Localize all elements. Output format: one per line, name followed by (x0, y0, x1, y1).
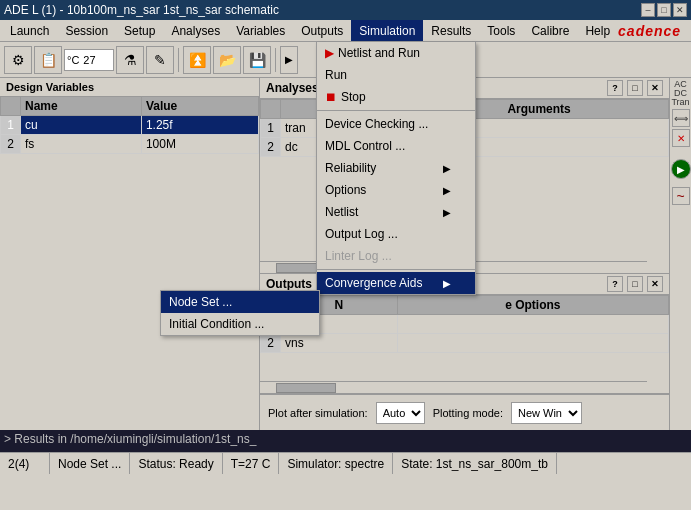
outputs-hscroll[interactable] (260, 381, 647, 393)
conv-initial-condition[interactable]: Initial Condition ... (161, 313, 319, 335)
conv-node-set[interactable]: Node Set ... (161, 291, 319, 313)
menu-session[interactable]: Session (57, 20, 116, 41)
sim-menu-options[interactable]: Options ▶ (317, 179, 475, 201)
var-name-2: fs (21, 135, 142, 154)
toolbar-btn-3[interactable]: ⚗ (116, 46, 144, 74)
menu-setup[interactable]: Setup (116, 20, 163, 41)
sim-menu-reliability[interactable]: Reliability ▶ (317, 157, 475, 179)
convergence-aids-submenu: Node Set ... Initial Condition ... (160, 290, 320, 336)
table-row[interactable]: 2 vns (261, 334, 669, 353)
var-name-1: cu (21, 116, 142, 135)
outputs-icon-btn[interactable]: □ (627, 276, 643, 292)
status-state: State: 1st_ns_sar_800m_tb (393, 453, 557, 474)
temp-field: °C (64, 49, 114, 71)
table-row[interactable]: 1 cu 1.25f (1, 116, 259, 135)
col-value: Value (141, 97, 258, 116)
analyses-close-btn[interactable]: ✕ (647, 80, 663, 96)
col-num (1, 97, 21, 116)
plot-after-select[interactable]: Auto (376, 402, 425, 424)
design-vars-title: Design Variables (0, 78, 259, 96)
toolbar-separator-2 (275, 48, 276, 72)
simulation-menu: ▶Netlist and Run Run ⏹Stop Device Checki… (316, 42, 476, 295)
minimize-button[interactable]: – (641, 3, 655, 17)
analyses-controls: ? □ ✕ (607, 80, 663, 96)
row-num-2: 2 (1, 135, 21, 154)
sidebar-icon-close[interactable]: ✕ (672, 129, 690, 147)
left-panel: Design Variables Name Value 1 cu 1.25f 2… (0, 78, 260, 430)
outputs-controls: ? □ ✕ (607, 276, 663, 292)
maximize-button[interactable]: □ (657, 3, 671, 17)
toolbar-btn-5[interactable]: ⏫ (183, 46, 211, 74)
bottom-controls: Plot after simulation: Auto Plotting mod… (260, 394, 669, 430)
sim-menu-output-log[interactable]: Output Log ... (317, 223, 475, 245)
var-value-2: 100M (141, 135, 258, 154)
menu-separator-2 (317, 269, 475, 270)
output-name-2: vns (281, 334, 398, 353)
status-simulator: Simulator: spectre (279, 453, 393, 474)
status-segment-1: 2(4) (0, 453, 50, 474)
table-row[interactable]: 1 vps (261, 315, 669, 334)
cadence-logo: cadence (618, 23, 689, 39)
menu-simulation[interactable]: Simulation (351, 20, 423, 41)
toolbar-btn-4[interactable]: ✎ (146, 46, 174, 74)
outputs-table: N e Options 1 vps 2 vns (260, 295, 669, 353)
analyses-help-btn[interactable]: ? (607, 80, 623, 96)
menu-results[interactable]: Results (423, 20, 479, 41)
menu-bar: Launch Session Setup Analyses Variables … (0, 20, 691, 42)
col-num (261, 100, 281, 119)
sim-menu-mdl-control[interactable]: MDL Control ... (317, 135, 475, 157)
sidebar-run-icon[interactable]: ▶ (671, 159, 691, 179)
design-vars-table: Name Value 1 cu 1.25f 2 fs 100M (0, 96, 259, 154)
col-opts: e Options (397, 296, 668, 315)
outputs-close-btn[interactable]: ✕ (647, 276, 663, 292)
toolbar-btn-2[interactable]: 📋 (34, 46, 62, 74)
status-temp: T=27 C (223, 453, 280, 474)
var-value-1: 1.25f (141, 116, 258, 135)
sim-menu-convergence-aids[interactable]: Convergence Aids ▶ (317, 272, 475, 294)
menu-analyses[interactable]: Analyses (163, 20, 228, 41)
toolbar-separator (178, 48, 179, 72)
status-ready: Status: Ready (130, 453, 222, 474)
table-row[interactable]: 2 fs 100M (1, 135, 259, 154)
close-button[interactable]: ✕ (673, 3, 687, 17)
analyses-icon-btn[interactable]: □ (627, 80, 643, 96)
plotting-mode-select[interactable]: New Win (511, 402, 582, 424)
menu-separator-1 (317, 110, 475, 111)
toolbar-btn-7[interactable]: 💾 (243, 46, 271, 74)
title-bar-buttons: – □ ✕ (641, 3, 687, 17)
netlist-run-button[interactable]: ▶ (280, 46, 298, 74)
menu-tools[interactable]: Tools (479, 20, 523, 41)
status-node-set: Node Set ... (50, 453, 130, 474)
outputs-help-btn[interactable]: ? (607, 276, 623, 292)
status-bar: 2(4) Node Set ... Status: Ready T=27 C S… (0, 452, 691, 474)
hscroll-thumb-2[interactable] (276, 383, 336, 393)
sim-menu-netlist[interactable]: Netlist ▶ (317, 201, 475, 223)
row-num: 2 (261, 138, 281, 157)
toolbar-btn-1[interactable]: ⚙ (4, 46, 32, 74)
col-name: Name (21, 97, 142, 116)
ac-label: ACDCTran (671, 80, 689, 107)
outputs-title: Outputs (266, 277, 312, 291)
toolbar-btn-6[interactable]: 📂 (213, 46, 241, 74)
temperature-input[interactable] (81, 50, 111, 70)
sidebar-icon-wave[interactable]: ~ (672, 187, 690, 205)
title-bar: ADE L (1) - 10b100m_ns_sar 1st_ns_sar sc… (0, 0, 691, 20)
menu-help[interactable]: Help (577, 20, 618, 41)
sim-menu-stop[interactable]: ⏹Stop (317, 86, 475, 108)
menu-variables[interactable]: Variables (228, 20, 293, 41)
sim-menu-run[interactable]: Run (317, 64, 475, 86)
row-num-1: 1 (1, 116, 21, 135)
plotting-mode-label: Plotting mode: (433, 407, 503, 419)
title-text: ADE L (1) - 10b100m_ns_sar 1st_ns_sar sc… (4, 3, 279, 17)
menu-outputs[interactable]: Outputs (293, 20, 351, 41)
menu-launch[interactable]: Launch (2, 20, 57, 41)
plot-after-label: Plot after simulation: (268, 407, 368, 419)
menu-calibre[interactable]: Calibre (523, 20, 577, 41)
sidebar-icon-1[interactable]: ⟺ (672, 109, 690, 127)
sim-menu-netlist-run[interactable]: ▶Netlist and Run (317, 42, 475, 64)
analyses-title: Analyses (266, 81, 319, 95)
sim-menu-linter-log: Linter Log ... (317, 245, 475, 267)
results-log: > Results in /home/xiumingli/simulation/… (0, 430, 691, 452)
sim-menu-device-checking[interactable]: Device Checking ... (317, 113, 475, 135)
results-text: > Results in /home/xiumingli/simulation/… (4, 432, 256, 446)
